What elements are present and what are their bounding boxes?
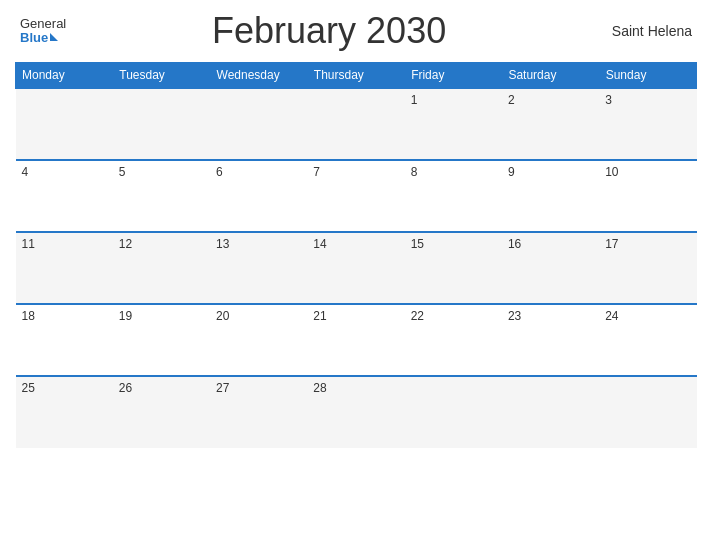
calendar-cell bbox=[16, 88, 113, 160]
calendar-cell: 2 bbox=[502, 88, 599, 160]
calendar-week-row: 11121314151617 bbox=[16, 232, 697, 304]
calendar-cell bbox=[405, 376, 502, 448]
calendar-cell: 15 bbox=[405, 232, 502, 304]
calendar-cell: 16 bbox=[502, 232, 599, 304]
day-number: 7 bbox=[313, 165, 320, 179]
header-wednesday: Wednesday bbox=[210, 63, 307, 89]
day-number: 23 bbox=[508, 309, 521, 323]
day-number: 13 bbox=[216, 237, 229, 251]
location-label: Saint Helena bbox=[592, 23, 692, 39]
day-number: 11 bbox=[22, 237, 35, 251]
day-number: 24 bbox=[605, 309, 618, 323]
calendar-cell: 5 bbox=[113, 160, 210, 232]
weekday-header-row: Monday Tuesday Wednesday Thursday Friday… bbox=[16, 63, 697, 89]
day-number: 9 bbox=[508, 165, 515, 179]
day-number: 17 bbox=[605, 237, 618, 251]
day-number: 16 bbox=[508, 237, 521, 251]
calendar-cell: 13 bbox=[210, 232, 307, 304]
calendar-cell bbox=[113, 88, 210, 160]
calendar-cell: 21 bbox=[307, 304, 404, 376]
calendar-cell: 9 bbox=[502, 160, 599, 232]
header-saturday: Saturday bbox=[502, 63, 599, 89]
calendar-cell: 3 bbox=[599, 88, 696, 160]
logo-blue-text: Blue bbox=[20, 31, 58, 45]
header-thursday: Thursday bbox=[307, 63, 404, 89]
calendar-cell: 28 bbox=[307, 376, 404, 448]
day-number: 25 bbox=[22, 381, 35, 395]
day-number: 21 bbox=[313, 309, 326, 323]
header-friday: Friday bbox=[405, 63, 502, 89]
day-number: 2 bbox=[508, 93, 515, 107]
day-number: 19 bbox=[119, 309, 132, 323]
logo-general-text: General bbox=[20, 17, 66, 31]
day-number: 6 bbox=[216, 165, 223, 179]
calendar-cell bbox=[502, 376, 599, 448]
calendar-cell: 10 bbox=[599, 160, 696, 232]
calendar-cell: 22 bbox=[405, 304, 502, 376]
calendar-container: General Blue February 2030 Saint Helena … bbox=[0, 0, 712, 550]
calendar-cell: 6 bbox=[210, 160, 307, 232]
header-sunday: Sunday bbox=[599, 63, 696, 89]
calendar-cell: 14 bbox=[307, 232, 404, 304]
calendar-cell: 17 bbox=[599, 232, 696, 304]
calendar-cell: 25 bbox=[16, 376, 113, 448]
day-number: 18 bbox=[22, 309, 35, 323]
day-number: 1 bbox=[411, 93, 418, 107]
calendar-title: February 2030 bbox=[66, 10, 592, 52]
logo: General Blue bbox=[20, 17, 66, 46]
calendar-cell: 20 bbox=[210, 304, 307, 376]
calendar-cell: 24 bbox=[599, 304, 696, 376]
calendar-cell: 18 bbox=[16, 304, 113, 376]
calendar-week-row: 18192021222324 bbox=[16, 304, 697, 376]
calendar-header: General Blue February 2030 Saint Helena bbox=[15, 10, 697, 52]
day-number: 27 bbox=[216, 381, 229, 395]
day-number: 20 bbox=[216, 309, 229, 323]
calendar-cell bbox=[210, 88, 307, 160]
calendar-cell: 27 bbox=[210, 376, 307, 448]
calendar-cell bbox=[599, 376, 696, 448]
calendar-cell: 1 bbox=[405, 88, 502, 160]
calendar-week-row: 25262728 bbox=[16, 376, 697, 448]
calendar-cell: 19 bbox=[113, 304, 210, 376]
day-number: 3 bbox=[605, 93, 612, 107]
calendar-cell: 8 bbox=[405, 160, 502, 232]
day-number: 12 bbox=[119, 237, 132, 251]
day-number: 8 bbox=[411, 165, 418, 179]
calendar-cell: 7 bbox=[307, 160, 404, 232]
day-number: 22 bbox=[411, 309, 424, 323]
day-number: 14 bbox=[313, 237, 326, 251]
calendar-grid: Monday Tuesday Wednesday Thursday Friday… bbox=[15, 62, 697, 448]
calendar-cell bbox=[307, 88, 404, 160]
calendar-cell: 12 bbox=[113, 232, 210, 304]
calendar-cell: 26 bbox=[113, 376, 210, 448]
day-number: 28 bbox=[313, 381, 326, 395]
header-tuesday: Tuesday bbox=[113, 63, 210, 89]
logo-triangle-icon bbox=[50, 33, 58, 41]
day-number: 10 bbox=[605, 165, 618, 179]
day-number: 4 bbox=[22, 165, 29, 179]
day-number: 26 bbox=[119, 381, 132, 395]
calendar-cell: 23 bbox=[502, 304, 599, 376]
header-monday: Monday bbox=[16, 63, 113, 89]
calendar-cell: 4 bbox=[16, 160, 113, 232]
calendar-week-row: 123 bbox=[16, 88, 697, 160]
day-number: 5 bbox=[119, 165, 126, 179]
day-number: 15 bbox=[411, 237, 424, 251]
calendar-week-row: 45678910 bbox=[16, 160, 697, 232]
calendar-cell: 11 bbox=[16, 232, 113, 304]
